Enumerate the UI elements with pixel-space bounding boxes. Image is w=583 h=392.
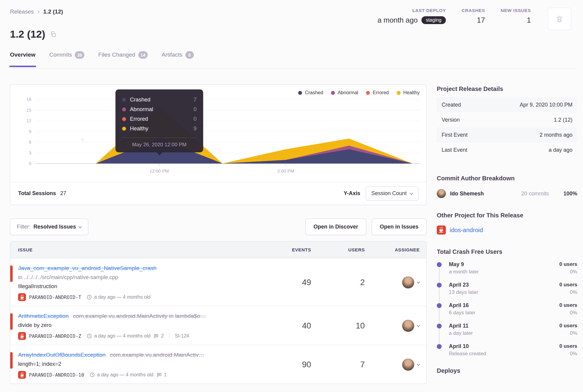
events-count: 49	[273, 278, 312, 287]
timeline-item: April 23 13 days later 0 users 0%	[437, 282, 577, 297]
ghost-label: 0	[81, 137, 84, 142]
x-tick-label: 12:00 PM	[138, 168, 180, 173]
crashes-value: 17	[462, 16, 485, 24]
release-sidebar: Project Release Details Created Apr 9, 2…	[437, 86, 577, 374]
issue-culprit: com.example.vu.android.MainActivity in l…	[73, 313, 206, 319]
chevron-down-icon	[78, 225, 82, 228]
abnormal-dot-icon	[122, 107, 126, 111]
users-count: 2	[312, 278, 366, 287]
linked-ticket: SI-124	[169, 333, 189, 339]
assignee-dropdown[interactable]	[366, 359, 426, 371]
total-sessions-label: Total Sessions	[18, 190, 56, 197]
assignee-dropdown[interactable]	[366, 276, 426, 288]
issues-table-header: ISSUE EVENTS USERS ASSIGNEE	[10, 241, 426, 258]
commit-author-row: Ido Shemesh 20 commits 100%	[437, 189, 577, 198]
healthy-dot-icon	[397, 91, 401, 95]
author-name: Ido Shemesh	[450, 191, 521, 197]
timeline-item: April 10 Release created 0 users 0%	[437, 343, 577, 358]
tooltip-row: Healthy 9	[122, 124, 197, 133]
delete-release-button[interactable]	[548, 8, 571, 30]
issue-message: length=1; index=2	[18, 359, 264, 369]
crashed-dot-icon	[298, 91, 302, 95]
timeline-item: April 11 a day later 0 users 0%	[437, 323, 577, 338]
yaxis-select[interactable]: Session Count	[366, 186, 418, 201]
legend-item-errored[interactable]: Errored	[366, 90, 389, 95]
tooltip-row: Crashed 7	[122, 95, 197, 104]
issue-title-link[interactable]: Java_com_example_vu_android_NativeSample…	[18, 265, 156, 271]
issue-culprit: in ../../../../src/main/cpp/native-sampl…	[18, 273, 264, 282]
events-count: 90	[273, 360, 312, 369]
issue-row: ArrayIndexOutOfBoundsExceptioncom.exampl…	[10, 345, 426, 384]
crashes-label: CRASHES	[462, 8, 485, 13]
open-in-discover-button[interactable]: Open in Discover	[305, 219, 366, 235]
breadcrumb-separator-icon: ›	[37, 8, 39, 16]
crashed-dot-icon	[122, 98, 126, 102]
tab-overview[interactable]: Overview	[10, 51, 36, 67]
resolved-indicator-bar	[10, 266, 13, 282]
issue-title-link[interactable]: ArrayIndexOutOfBoundsException	[18, 352, 106, 358]
timeline-item: May 9 a month later 0 users 0%	[437, 261, 577, 276]
timeline-dot-icon	[437, 283, 442, 288]
legend-item-crashed[interactable]: Crashed	[298, 90, 323, 95]
assignee-avatar	[402, 320, 414, 332]
tab-badge: 14	[138, 51, 148, 59]
yaxis-label: Y-Axis	[344, 190, 360, 197]
comment-count: 1	[156, 372, 167, 378]
chart-tooltip: Crashed 7 Abnormal 0 Errored 0 Healthy 9…	[115, 89, 203, 152]
author-avatar	[437, 189, 446, 198]
chevron-down-icon	[417, 362, 420, 366]
issue-culprit: com.example.vu.android.MainActiv…	[110, 352, 204, 358]
project-tag: PARANOID-ANDROID-T	[29, 294, 81, 300]
timeline-dot-icon	[437, 262, 442, 267]
resolved-indicator-bar	[10, 313, 13, 330]
legend-item-abnormal[interactable]: Abnormal	[331, 90, 358, 95]
users-count: 7	[312, 360, 366, 369]
tab-commits[interactable]: Commits 20	[49, 51, 85, 67]
java-project-icon	[18, 293, 26, 301]
events-count: 40	[273, 321, 312, 331]
sessions-chart[interactable]	[35, 99, 421, 167]
assignee-avatar	[402, 359, 414, 371]
breadcrumb-releases-link[interactable]: Releases	[10, 8, 34, 15]
copy-icon[interactable]	[50, 31, 57, 38]
users-count: 10	[312, 321, 366, 331]
timeline-item: April 16 6 days later 0 users 0%	[437, 302, 577, 317]
page-title: 1.2 (12)	[10, 28, 45, 40]
crash-free-heading: Total Crash Free Users	[437, 248, 577, 255]
details-heading: Project Release Details	[437, 86, 577, 92]
java-project-icon	[18, 332, 26, 340]
release-tabs: Overview Commits 20 Files Changed 14 Art…	[10, 47, 427, 67]
open-in-issues-button[interactable]: Open in Issues	[372, 219, 427, 235]
issue-message: IllegalInstruction	[18, 282, 264, 291]
y-tick-label: 15	[13, 107, 31, 113]
tooltip-row: Errored 0	[122, 114, 197, 124]
project-tag: PARANOID-ANDROID-Z	[29, 333, 81, 339]
col-assignee: ASSIGNEE	[366, 247, 426, 252]
detail-row-version: Version 1.2 (12)	[437, 112, 577, 127]
y-tick-label: 9	[13, 129, 31, 134]
author-commit-count: 20 commits	[521, 191, 549, 197]
timeline-dot-icon	[437, 344, 442, 349]
detail-row-created: Created Apr 9, 2020 10:00 PM	[437, 97, 577, 112]
tooltip-date: May 26, 2020 12:00 PM	[122, 138, 197, 152]
issue-title-link[interactable]: ArithmeticException	[18, 313, 69, 319]
y-tick-label: 6	[13, 139, 31, 145]
issue-age: a day ago — 4 months old	[87, 333, 150, 339]
chevron-down-icon	[417, 280, 420, 284]
timeline-dot-icon	[437, 324, 442, 328]
stat-new-issues: NEW ISSUES 1	[501, 8, 531, 24]
tab-artifacts[interactable]: Artifacts 0	[162, 51, 194, 67]
resolved-indicator-bar	[10, 352, 13, 369]
other-project-heading: Other Project for This Release	[437, 212, 577, 219]
issues-table: ISSUE EVENTS USERS ASSIGNEE Java_com_exa…	[10, 241, 427, 384]
legend-item-healthy[interactable]: Healthy	[397, 90, 420, 95]
other-project-link[interactable]: idos-android	[450, 227, 483, 234]
new-issues-value: 1	[501, 16, 531, 24]
stat-crashes: CRASHES 17	[462, 8, 485, 24]
assignee-dropdown[interactable]	[366, 320, 426, 332]
errored-dot-icon	[122, 117, 126, 121]
issues-filter-dropdown[interactable]: Filter: Resolved Issues	[10, 219, 88, 235]
breadcrumb-current: 1.2 (12)	[43, 8, 63, 15]
clock-icon	[87, 333, 92, 339]
tab-files-changed[interactable]: Files Changed 14	[98, 51, 148, 67]
